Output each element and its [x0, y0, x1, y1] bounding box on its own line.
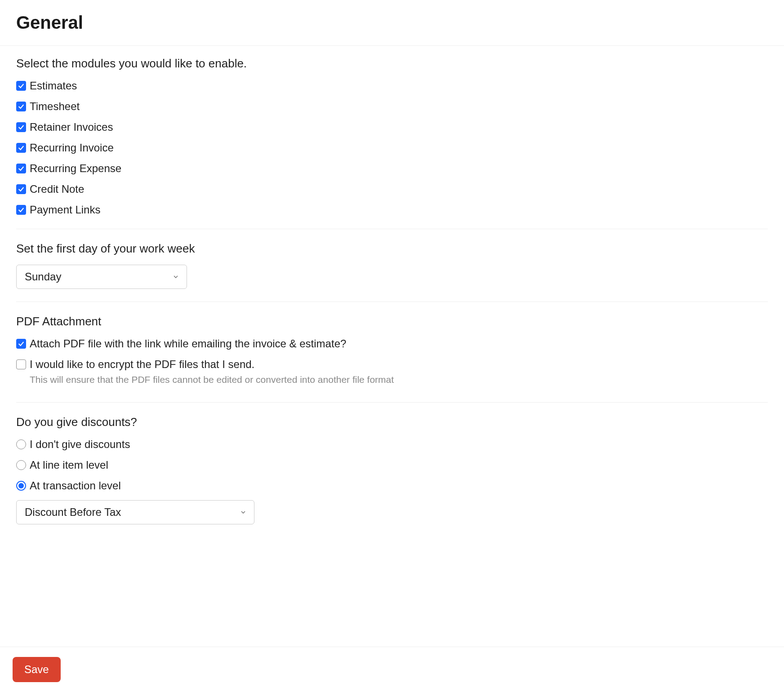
check-icon: [18, 144, 25, 151]
module-recurring-expense-checkbox[interactable]: [16, 164, 26, 173]
check-icon: [18, 124, 25, 131]
page-title: General: [16, 13, 784, 33]
workweek-select[interactable]: Sunday: [16, 265, 187, 289]
modules-section: Select the modules you would like to ena…: [16, 57, 768, 229]
discount-lineitem-radio[interactable]: [16, 460, 26, 470]
discount-transaction-radio[interactable]: [16, 481, 26, 491]
module-retainer-invoices-label[interactable]: Retainer Invoices: [30, 121, 113, 133]
discount-none-radio[interactable]: [16, 439, 26, 449]
discount-lineitem-label[interactable]: At line item level: [30, 459, 108, 471]
pdf-encrypt-row: I would like to encrypt the PDF files th…: [16, 358, 768, 371]
pdf-attach-checkbox[interactable]: [16, 339, 26, 349]
module-recurring-invoice-checkbox[interactable]: [16, 143, 26, 153]
pdf-section: PDF Attachment Attach PDF file with the …: [16, 315, 768, 403]
discount-section-label: Do you give discounts?: [16, 415, 768, 429]
module-estimates-checkbox[interactable]: [16, 81, 26, 91]
discount-mode-select-value: Discount Before Tax: [25, 506, 121, 518]
check-icon: [18, 103, 25, 110]
module-credit-note-row: Credit Note: [16, 183, 768, 195]
pdf-attach-row: Attach PDF file with the link while emai…: [16, 337, 768, 350]
discount-mode-select[interactable]: Discount Before Tax: [16, 500, 254, 524]
check-icon: [18, 206, 25, 213]
module-credit-note-label[interactable]: Credit Note: [30, 183, 84, 195]
pdf-encrypt-checkbox[interactable]: [16, 359, 26, 369]
pdf-encrypt-helper: This will ensure that the PDF files cann…: [30, 374, 768, 385]
check-icon: [18, 165, 25, 172]
pdf-encrypt-label[interactable]: I would like to encrypt the PDF files th…: [30, 358, 254, 371]
discount-none-row: I don't give discounts: [16, 438, 768, 451]
module-timesheet-checkbox[interactable]: [16, 102, 26, 111]
discount-transaction-row: At transaction level: [16, 479, 768, 492]
module-recurring-expense-row: Recurring Expense: [16, 162, 768, 175]
check-icon: [18, 82, 25, 89]
pdf-section-label: PDF Attachment: [16, 315, 768, 328]
workweek-select-value: Sunday: [25, 271, 61, 283]
modules-label: Select the modules you would like to ena…: [16, 57, 768, 71]
module-estimates-label[interactable]: Estimates: [30, 80, 77, 92]
module-timesheet-label[interactable]: Timesheet: [30, 100, 80, 113]
module-payment-links-label[interactable]: Payment Links: [30, 204, 100, 216]
module-recurring-invoice-label[interactable]: Recurring Invoice: [30, 142, 114, 154]
module-retainer-invoices-checkbox[interactable]: [16, 122, 26, 132]
module-retainer-invoices-row: Retainer Invoices: [16, 121, 768, 133]
chevron-down-icon: [240, 506, 247, 519]
workweek-label: Set the first day of your work week: [16, 242, 768, 256]
discount-section: Do you give discounts? I don't give disc…: [16, 415, 768, 537]
discount-lineitem-row: At line item level: [16, 459, 768, 471]
discount-none-label[interactable]: I don't give discounts: [30, 438, 130, 451]
module-recurring-expense-label[interactable]: Recurring Expense: [30, 162, 121, 175]
module-timesheet-row: Timesheet: [16, 100, 768, 113]
workweek-section: Set the first day of your work week Sund…: [16, 242, 768, 302]
module-payment-links-row: Payment Links: [16, 204, 768, 216]
check-icon: [18, 340, 25, 347]
chevron-down-icon: [172, 271, 179, 283]
page-header: General: [0, 0, 784, 46]
module-estimates-row: Estimates: [16, 80, 768, 92]
pdf-attach-label[interactable]: Attach PDF file with the link while emai…: [30, 337, 346, 350]
check-icon: [18, 186, 25, 193]
module-recurring-invoice-row: Recurring Invoice: [16, 142, 768, 154]
discount-transaction-label[interactable]: At transaction level: [30, 479, 121, 492]
module-credit-note-checkbox[interactable]: [16, 184, 26, 194]
module-payment-links-checkbox[interactable]: [16, 205, 26, 215]
